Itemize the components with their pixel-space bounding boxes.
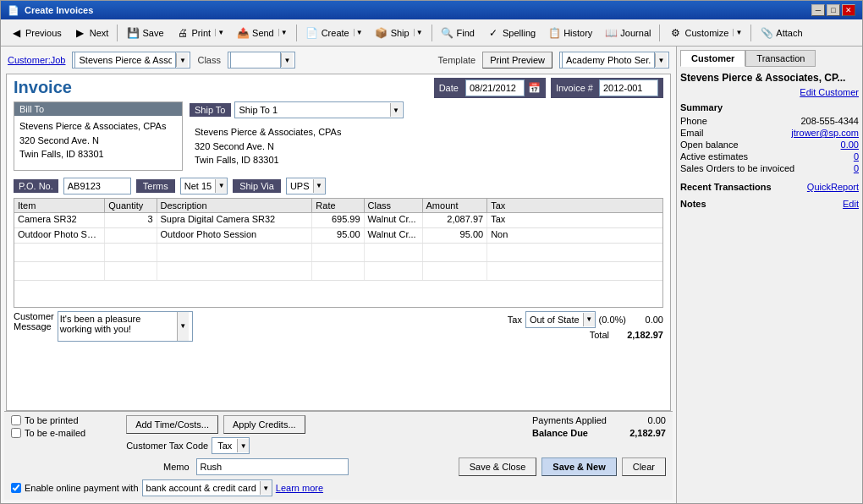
td-desc-3[interactable] [157,262,313,280]
table-row[interactable]: Outdoor Photo Ses... Outdoor Photo Sessi… [14,228,662,244]
learn-more-link[interactable]: Learn more [276,483,323,493]
active-estimates-value[interactable]: 0 [854,151,859,162]
customer-message-combo-arrow[interactable]: ▼ [177,312,189,341]
to-be-emailed-checkbox[interactable] [11,428,21,438]
td-tax-3[interactable] [487,262,526,280]
td-item-3[interactable] [14,262,105,280]
td-qty-3[interactable] [105,262,157,280]
td-desc-0[interactable]: Supra Digital Camera SR32 [157,213,313,227]
history-button[interactable]: 📋 History [542,24,597,42]
td-qty-1[interactable] [105,228,157,243]
td-qty-0[interactable]: 3 [105,213,157,227]
customer-combo[interactable]: Stevens Pierce & Associa... ▼ [72,52,190,68]
ship-via-combo[interactable]: UPS ▼ [286,178,326,194]
td-desc-1[interactable]: Outdoor Photo Session [157,228,313,243]
class-input[interactable] [230,52,281,68]
notes-edit-link[interactable]: Edit [843,199,859,209]
customize-dropdown-arrow[interactable]: ▼ [733,29,742,36]
send-dropdown-arrow[interactable]: ▼ [278,29,288,36]
tab-customer[interactable]: Customer [680,50,745,67]
ship-dropdown-arrow[interactable]: ▼ [414,29,423,36]
add-time-costs-button[interactable]: Add Time/Costs... [126,415,218,434]
print-preview-button[interactable]: Print Preview [482,52,552,68]
send-button[interactable]: 📤 Send ▼ [231,24,293,42]
ship-to-combo-arrow[interactable]: ▼ [390,103,402,117]
calendar-icon[interactable]: 📅 [528,82,541,94]
td-item-2[interactable] [14,244,105,261]
maximize-button[interactable]: □ [827,4,840,16]
save-button[interactable]: 💾 Save [121,24,168,42]
memo-input[interactable]: Rush [196,458,349,475]
close-button[interactable]: ✕ [842,4,855,16]
table-row[interactable]: Camera SR32 3 Supra Digital Camera SR32 … [14,213,662,228]
table-row[interactable] [14,244,662,262]
customer-input[interactable]: Stevens Pierce & Associa... [74,52,176,68]
apply-credits-button[interactable]: Apply Credits... [223,415,305,434]
class-combo-arrow[interactable]: ▼ [281,53,293,67]
td-tax-2[interactable] [487,244,526,261]
customer-tax-code-combo[interactable]: Tax ▼ [212,437,250,454]
minimize-button[interactable]: ─ [811,4,825,16]
open-balance-value[interactable]: 0.00 [841,140,859,150]
next-button[interactable]: ▶ Next [69,24,114,42]
class-combo[interactable]: ▼ [228,52,295,68]
terms-combo[interactable]: Net 15 ▼ [180,178,228,194]
edit-customer-link[interactable]: Edit Customer [800,87,859,97]
tax-option-combo[interactable]: Out of State ▼ [525,311,596,328]
table-row[interactable] [14,262,662,281]
tab-transaction[interactable]: Transaction [745,50,816,67]
payment-method-combo[interactable]: bank account & credit card ▼ [142,479,272,496]
td-rate-2[interactable] [312,244,364,261]
save-new-button[interactable]: Save & New [541,457,616,476]
customer-combo-arrow[interactable]: ▼ [176,53,188,67]
journal-button[interactable]: 📖 Journal [599,24,656,42]
customer-tax-code-arrow[interactable]: ▼ [237,439,249,452]
td-amount-1[interactable]: 95.00 [423,228,488,243]
find-button[interactable]: 🔍 Find [436,24,480,42]
td-desc-2[interactable] [157,244,313,261]
save-close-button[interactable]: Save & Close [459,457,537,476]
template-combo[interactable]: Academy Photo Ser... ▼ [559,52,669,68]
date-input[interactable]: 08/21/2012 [465,79,525,96]
payment-method-arrow[interactable]: ▼ [260,481,272,495]
td-item-1[interactable]: Outdoor Photo Ses... [14,228,105,243]
create-dropdown-arrow[interactable]: ▼ [354,29,363,36]
print-button[interactable]: 🖨 Print ▼ [171,24,230,42]
td-rate-1[interactable]: 95.00 [312,228,364,243]
td-class-0[interactable]: Walnut Cr... [365,213,423,227]
td-class-3[interactable] [365,262,423,280]
sales-orders-value[interactable]: 0 [854,163,859,173]
td-rate-0[interactable]: 695.99 [312,213,364,227]
template-combo-arrow[interactable]: ▼ [655,53,667,67]
td-amount-2[interactable] [423,244,488,261]
td-amount-0[interactable]: 2,087.97 [423,213,488,227]
ship-via-combo-arrow[interactable]: ▼ [313,179,325,193]
to-be-printed-checkbox[interactable] [11,415,21,425]
terms-combo-arrow[interactable]: ▼ [215,179,227,193]
spelling-button[interactable]: ✓ Spelling [481,24,541,42]
ship-to-combo[interactable]: Ship To 1 ▼ [234,101,404,118]
td-class-2[interactable] [365,244,423,261]
customer-job-label[interactable]: Customer:Job [8,55,65,65]
invoice-num-input[interactable]: 2012-001 [599,79,658,96]
quick-report-link[interactable]: QuickReport [807,182,859,192]
email-value[interactable]: jtrower@sp.com [791,128,859,138]
td-item-0[interactable]: Camera SR32 [14,213,105,227]
customer-message-input[interactable]: It's been a pleasure working with you! [58,312,177,341]
td-amount-3[interactable] [423,262,488,280]
previous-button[interactable]: ◀ Previous [4,24,67,42]
enable-online-payment-checkbox[interactable] [11,483,21,493]
print-dropdown-arrow[interactable]: ▼ [215,29,224,36]
td-class-1[interactable]: Walnut Cr... [365,228,423,243]
td-rate-3[interactable] [312,262,364,280]
ship-button[interactable]: 📦 Ship ▼ [370,24,428,42]
td-tax-0[interactable]: Tax [487,213,526,227]
td-qty-2[interactable] [105,244,157,261]
attach-button[interactable]: 📎 Attach [755,24,807,42]
customize-button[interactable]: ⚙ Customize ▼ [663,24,747,42]
td-tax-1[interactable]: Non [487,228,526,243]
tax-option-arrow[interactable]: ▼ [583,313,595,326]
po-input[interactable]: AB9123 [63,178,131,194]
clear-button[interactable]: Clear [622,457,666,476]
create-button[interactable]: 📄 Create ▼ [300,24,368,42]
